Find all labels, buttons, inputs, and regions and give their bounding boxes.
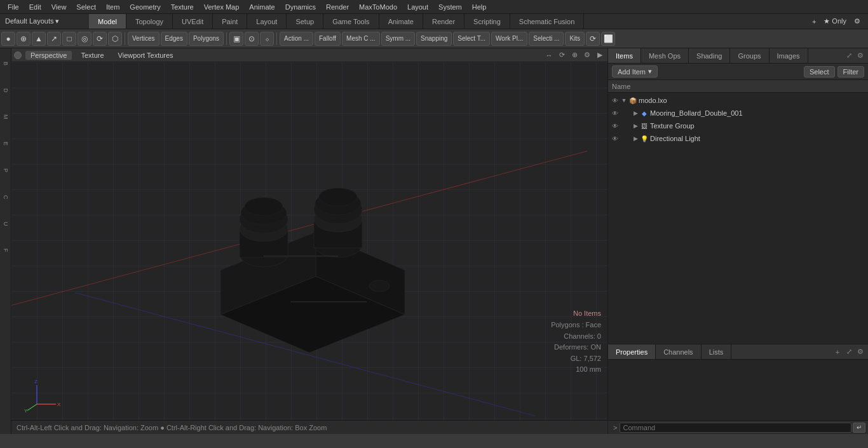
item-eye-modo-lxo[interactable]: 👁 — [611, 96, 620, 105]
tab-images[interactable]: Images — [770, 48, 808, 63]
items-list[interactable]: 👁 ▼ 📦 modo.lxo 👁 ▶ ◆ Mooring_Bollard_Dou… — [608, 93, 868, 344]
layout-preset[interactable]: Default Layouts ▾ — [0, 17, 89, 25]
tool-btn-16[interactable]: Mesh C ... — [342, 32, 380, 46]
layout-tab-model[interactable]: Model — [89, 14, 126, 29]
menu-item-system[interactable]: System — [433, 2, 467, 12]
prop-tab-lists[interactable]: Lists — [702, 344, 732, 359]
layout-tab-render[interactable]: Render — [423, 14, 465, 29]
menu-item-item[interactable]: Item — [101, 2, 125, 12]
tab-groups[interactable]: Groups — [730, 48, 769, 63]
item-row-mooring-bollard[interactable]: 👁 ▶ ◆ Mooring_Bollard_Double_001 — [608, 107, 868, 119]
tool-btn-1[interactable]: ⊕ — [17, 32, 31, 46]
tool-btn-14[interactable]: Action ... — [280, 32, 313, 46]
prop-expand-icon[interactable]: ⤢ — [844, 347, 854, 357]
tool-btn-22[interactable]: Kits — [565, 32, 585, 46]
tool-btn-5[interactable]: ◎ — [78, 32, 92, 46]
menu-item-geometry[interactable]: Geometry — [125, 2, 165, 12]
prop-settings-icon[interactable]: ⚙ — [855, 347, 865, 357]
sidebar-btn-8[interactable]: F — [1, 238, 11, 263]
item-eye-light[interactable]: 👁 — [611, 134, 620, 143]
tool-btn-12[interactable]: ⊙ — [245, 32, 259, 46]
layout-right-btn-1[interactable]: ★ Only — [820, 17, 850, 25]
layout-tab-animate[interactable]: Animate — [379, 14, 423, 29]
menu-item-view[interactable]: View — [46, 2, 72, 12]
add-item-button[interactable]: Add Item ▾ — [612, 65, 658, 78]
tool-btn-9[interactable]: Edges — [161, 32, 187, 46]
command-submit-button[interactable]: ↵ — [853, 423, 865, 433]
item-row-texture-group[interactable]: 👁 ▶ 🖼 Texture Group — [608, 119, 868, 132]
tool-btn-17[interactable]: Symm ... — [381, 32, 415, 46]
layout-right-btn-0[interactable]: + — [808, 18, 820, 25]
tool-btn-6[interactable]: ⟳ — [93, 32, 107, 46]
viewport-icon-play[interactable]: ▶ — [595, 50, 605, 60]
menu-item-help[interactable]: Help — [467, 2, 492, 12]
sidebar-btn-5[interactable]: P — [1, 158, 11, 183]
tool-btn-0[interactable]: ● — [1, 32, 15, 46]
item-eye-texture[interactable]: 👁 — [611, 121, 620, 130]
menu-item-dynamics[interactable]: Dynamics — [280, 2, 321, 12]
menu-item-layout[interactable]: Layout — [402, 2, 433, 12]
item-expand-modo-lxo[interactable]: ▼ — [621, 97, 627, 104]
menu-item-vertex-map[interactable]: Vertex Map — [199, 2, 245, 12]
item-eye-mooring[interactable]: 👁 — [611, 109, 620, 118]
sidebar-btn-1[interactable]: B — [1, 51, 11, 76]
panel-expand-icon[interactable]: ⤢ — [844, 51, 854, 61]
prop-tab-properties[interactable]: Properties — [608, 344, 656, 359]
tool-btn-10[interactable]: Polygons — [189, 32, 224, 46]
menu-item-texture[interactable]: Texture — [166, 2, 199, 12]
item-expand-texture[interactable]: ▶ — [632, 123, 639, 129]
tab-items[interactable]: Items — [608, 48, 641, 63]
layout-tab-topology[interactable]: Topology — [126, 14, 173, 29]
layout-right-btn-2[interactable]: ⚙ — [850, 17, 864, 25]
tool-btn-15[interactable]: Falloff — [315, 32, 341, 46]
sidebar-btn-3[interactable]: M — [1, 104, 11, 130]
layout-tab-schematic-fusion[interactable]: Schematic Fusion — [510, 14, 584, 29]
sidebar-btn-7[interactable]: U — [1, 211, 11, 236]
menu-item-edit[interactable]: Edit — [24, 2, 46, 12]
tool-btn-8[interactable]: Vertices — [128, 32, 159, 46]
viewport-tab-perspective[interactable]: Perspective — [25, 51, 72, 60]
tab-shading[interactable]: Shading — [689, 48, 730, 63]
filter-button[interactable]: Filter — [837, 66, 864, 78]
menu-item-render[interactable]: Render — [321, 2, 354, 12]
tool-btn-3[interactable]: ↗ — [47, 32, 61, 46]
item-expand-mooring[interactable]: ▶ — [632, 110, 639, 116]
layout-tab-setup[interactable]: Setup — [287, 14, 323, 29]
sidebar-btn-4[interactable]: E — [1, 131, 11, 156]
item-row-modo-lxo[interactable]: 👁 ▼ 📦 modo.lxo — [608, 94, 868, 107]
sidebar-btn-2[interactable]: D — [1, 78, 11, 103]
tool-btn-24[interactable]: ⬜ — [601, 32, 615, 46]
viewport-tab-viewport-textures[interactable]: Viewport Textures — [113, 51, 179, 60]
layout-tab-paint[interactable]: Paint — [213, 14, 247, 29]
prop-tab-channels[interactable]: Channels — [656, 344, 701, 359]
viewport-icon-rotate[interactable]: ⟳ — [557, 50, 567, 60]
sidebar-btn-6[interactable]: C — [1, 184, 11, 210]
menu-item-maxtomodo[interactable]: MaxToModo — [354, 2, 402, 12]
tab-mesh-ops[interactable]: Mesh Ops — [641, 48, 689, 63]
viewport-icon-move[interactable]: ↔ — [544, 50, 554, 60]
viewport-tab-texture[interactable]: Texture — [76, 51, 109, 60]
layout-tab-uvedit[interactable]: UVEdit — [173, 14, 213, 29]
tool-btn-13[interactable]: ⬦ — [260, 32, 274, 46]
tool-btn-2[interactable]: ▲ — [32, 32, 46, 46]
item-expand-light[interactable]: ▶ — [632, 135, 639, 142]
prop-add-icon[interactable]: + — [832, 347, 843, 357]
tool-btn-18[interactable]: Snapping — [416, 32, 452, 46]
layout-tab-scripting[interactable]: Scripting — [465, 14, 510, 29]
menu-item-select[interactable]: Select — [71, 2, 101, 12]
viewport-toggle[interactable] — [14, 51, 22, 59]
menu-item-animate[interactable]: Animate — [244, 2, 280, 12]
viewport-icon-zoom[interactable]: ⊕ — [569, 50, 580, 60]
tool-btn-20[interactable]: Work Pl... — [491, 32, 527, 46]
command-input[interactable] — [620, 423, 851, 433]
tool-btn-23[interactable]: ⟳ — [586, 32, 600, 46]
tool-btn-21[interactable]: Selecti ... — [529, 32, 564, 46]
select-button[interactable]: Select — [804, 66, 835, 78]
panel-settings-icon[interactable]: ⚙ — [855, 51, 865, 61]
tool-btn-4[interactable]: □ — [62, 32, 76, 46]
layout-tab-layout[interactable]: Layout — [247, 14, 287, 29]
tool-btn-19[interactable]: Select T... — [453, 32, 490, 46]
tool-btn-7[interactable]: ⬡ — [108, 32, 122, 46]
tool-btn-11[interactable]: ▣ — [229, 32, 243, 46]
item-row-directional-light[interactable]: 👁 ▶ 💡 Directional Light — [608, 132, 868, 145]
